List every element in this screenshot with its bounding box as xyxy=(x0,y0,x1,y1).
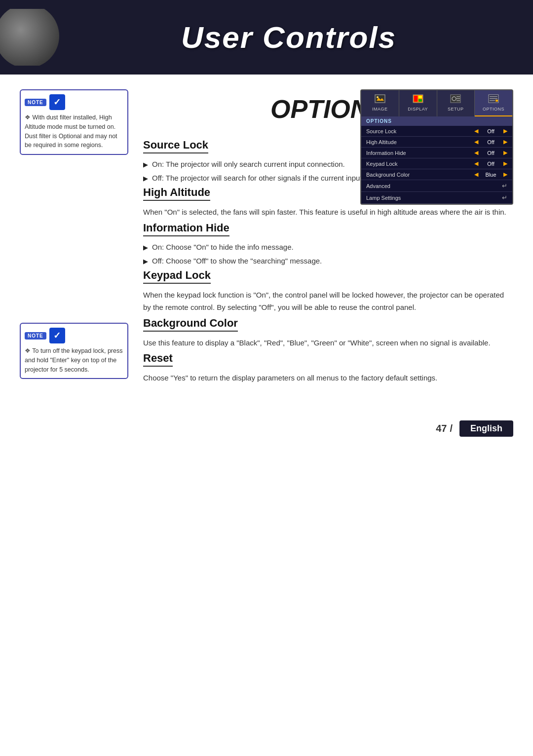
main-content: NOTE ✓ ❖ With dust filter installed, Hig… xyxy=(0,75,533,404)
osd-row-background-color-value: Blue xyxy=(482,172,499,178)
osd-row-high-altitude-label: High Altitude xyxy=(366,139,474,145)
svg-rect-16 xyxy=(495,100,498,102)
osd-row-source-lock-right[interactable]: ▶ xyxy=(503,128,507,134)
left-column: NOTE ✓ ❖ With dust filter installed, Hig… xyxy=(20,89,133,389)
osd-row-information-hide-value: Off xyxy=(482,150,499,156)
image-tab-icon xyxy=(363,94,397,106)
page-header: User Controls xyxy=(0,0,533,75)
osd-row-keypad-lock-value: Off xyxy=(482,161,499,167)
osd-tabs: IMAGE DISPLAY xyxy=(361,90,512,116)
note-text-1: ❖ With dust filter installed, High Altit… xyxy=(25,113,123,150)
svg-point-2 xyxy=(377,96,379,98)
bullet-arrow-4: ▶ xyxy=(143,257,148,267)
osd-row-lamp-settings-label: Lamp Settings xyxy=(366,195,497,201)
osd-row-advanced: Advanced ↵ xyxy=(361,180,512,192)
osd-row-information-hide: Information Hide ◀ Off ▶ xyxy=(361,148,512,158)
osd-panel: IMAGE DISPLAY xyxy=(360,89,513,205)
osd-tab-setup-label: SETUP xyxy=(439,107,473,112)
display-tab-icon xyxy=(401,94,435,106)
section-heading-keypad-lock: Keypad Lock xyxy=(143,269,211,284)
section-heading-background-color: Background Color xyxy=(143,317,238,332)
bullet-arrow-2: ▶ xyxy=(143,174,148,184)
note-box-1: NOTE ✓ ❖ With dust filter installed, Hig… xyxy=(20,89,128,155)
osd-tab-display-label: DISPLAY xyxy=(401,107,435,112)
footer-separator: / xyxy=(450,423,453,434)
osd-tab-display[interactable]: DISPLAY xyxy=(399,90,437,116)
osd-row-high-altitude-right[interactable]: ▶ xyxy=(503,139,507,145)
section-content-high-altitude: When "On" is selected, the fans will spi… xyxy=(143,206,513,219)
bullet-arrow-1: ▶ xyxy=(143,160,148,170)
osd-row-information-hide-left[interactable]: ◀ xyxy=(474,150,478,156)
note-check-icon-2: ✓ xyxy=(49,328,65,343)
osd-row-keypad-lock-label: Keypad Lock xyxy=(366,161,474,167)
osd-row-keypad-lock-right[interactable]: ▶ xyxy=(503,160,507,167)
osd-row-source-lock-label: Source Lock xyxy=(366,128,474,134)
information-hide-bullet-2: ▶ Off: Choose "Off" to show the "searchi… xyxy=(143,255,513,267)
osd-row-information-hide-label: Information Hide xyxy=(366,150,474,156)
setup-tab-icon xyxy=(439,94,473,106)
svg-rect-4 xyxy=(414,96,418,102)
note-label-2: NOTE ✓ xyxy=(25,328,123,343)
osd-row-high-altitude: High Altitude ◀ Off ▶ xyxy=(361,137,512,148)
osd-row-background-color-label: Background Color xyxy=(366,172,474,178)
page-number: 47 xyxy=(436,423,447,434)
osd-tab-setup[interactable]: SETUP xyxy=(437,90,475,116)
svg-rect-6 xyxy=(419,99,422,102)
osd-row-advanced-enter[interactable]: ↵ xyxy=(502,182,507,189)
section-information-hide: Information Hide ▶ On: Choose "On" to hi… xyxy=(143,222,513,267)
note-box-2: NOTE ✓ ❖ To turn off the keypad lock, pr… xyxy=(20,323,128,379)
svg-rect-0 xyxy=(375,95,385,103)
section-heading-information-hide: Information Hide xyxy=(143,222,229,236)
svg-rect-5 xyxy=(419,96,422,98)
section-content-keypad-lock: When the keypad lock function is "On", t… xyxy=(143,289,513,314)
logo-circle xyxy=(0,9,59,66)
osd-row-advanced-label: Advanced xyxy=(366,183,497,189)
note-badge-2: NOTE xyxy=(25,332,46,340)
bullet-arrow-3: ▶ xyxy=(143,243,148,253)
osd-row-keypad-lock-left[interactable]: ◀ xyxy=(474,160,478,167)
footer: 47 / English xyxy=(0,414,533,443)
osd-row-background-color-left[interactable]: ◀ xyxy=(474,171,478,178)
information-hide-bullet-1: ▶ On: Choose "On" to hide the info messa… xyxy=(143,241,513,253)
note-check-icon-1: ✓ xyxy=(49,94,65,110)
language-badge: English xyxy=(459,420,513,437)
osd-tab-image[interactable]: IMAGE xyxy=(361,90,399,116)
section-content-reset: Choose "Yes" to return the display param… xyxy=(143,372,513,384)
osd-row-background-color: Background Color ◀ Blue ▶ xyxy=(361,169,512,180)
osd-row-background-color-right[interactable]: ▶ xyxy=(503,171,507,178)
osd-section-header: OPTIONS xyxy=(361,116,512,126)
osd-row-lamp-settings: Lamp Settings ↵ xyxy=(361,192,512,204)
section-keypad-lock: Keypad Lock When the keypad lock functio… xyxy=(143,269,513,314)
osd-tab-options-label: OPTIONS xyxy=(477,107,510,112)
section-heading-reset: Reset xyxy=(143,352,173,367)
header-logo xyxy=(0,9,64,66)
section-reset: Reset Choose "Yes" to return the display… xyxy=(143,352,513,384)
note-label-1: NOTE ✓ xyxy=(25,94,123,110)
osd-row-keypad-lock: Keypad Lock ◀ Off ▶ xyxy=(361,158,512,169)
osd-row-lamp-settings-enter[interactable]: ↵ xyxy=(502,194,507,201)
page-title: User Controls xyxy=(64,20,513,55)
osd-row-source-lock-left[interactable]: ◀ xyxy=(474,128,478,134)
section-content-background-color: Use this feature to display a "Black", "… xyxy=(143,337,513,349)
section-heading-source-lock: Source Lock xyxy=(143,139,208,153)
osd-tab-options[interactable]: OPTIONS xyxy=(475,90,512,116)
section-background-color: Background Color Use this feature to dis… xyxy=(143,317,513,349)
osd-row-high-altitude-value: Off xyxy=(482,139,499,145)
osd-row-high-altitude-left[interactable]: ◀ xyxy=(474,139,478,145)
osd-row-source-lock-value: Off xyxy=(482,128,499,134)
section-heading-high-altitude: High Altitude xyxy=(143,186,210,201)
note-badge-1: NOTE xyxy=(25,99,46,106)
center-column: OPTIONS IMAGE xyxy=(133,89,513,389)
osd-row-source-lock: Source Lock ◀ Off ▶ xyxy=(361,126,512,137)
osd-tab-image-label: IMAGE xyxy=(363,107,397,112)
osd-row-information-hide-right[interactable]: ▶ xyxy=(503,150,507,156)
note-text-2: ❖ To turn off the keypad lock, press and… xyxy=(25,346,123,374)
options-tab-icon xyxy=(477,94,510,106)
